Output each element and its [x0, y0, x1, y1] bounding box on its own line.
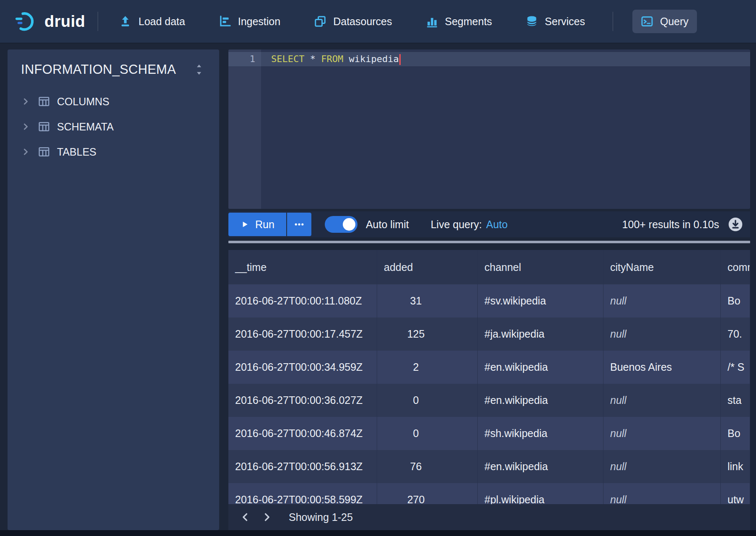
cell-comment[interactable]: Bo — [721, 284, 750, 317]
cell-added[interactable]: 0 — [377, 417, 478, 450]
cell-cityname[interactable]: Buenos Aires — [603, 351, 721, 384]
cell-cityname[interactable]: null — [603, 284, 721, 317]
sidebar-item-schemata[interactable]: SCHEMATA — [18, 114, 209, 139]
table-row: 2016-06-27T00:00:11.080Z 31 #sv.wikipedi… — [228, 284, 750, 317]
table-grid-icon — [38, 120, 50, 133]
segments-icon — [426, 15, 438, 28]
cell-channel[interactable]: #sh.wikipedia — [478, 417, 603, 450]
table-row: 2016-06-27T00:00:58.599Z 270 #pl.wikiped… — [228, 483, 750, 504]
services-icon — [526, 15, 538, 28]
cell-channel[interactable]: #sv.wikipedia — [478, 284, 603, 317]
chevron-right-icon — [21, 122, 31, 132]
column-header-cityname[interactable]: cityName — [603, 250, 721, 284]
chevron-right-icon — [21, 96, 31, 107]
tree-item-label: TABLES — [57, 146, 96, 158]
nav-item-query[interactable]: Query — [632, 10, 697, 33]
column-header-comment[interactable]: comment — [721, 250, 750, 284]
upload-icon — [119, 15, 132, 28]
cell-time[interactable]: 2016-06-27T00:00:58.599Z — [228, 483, 377, 504]
sql-keyword: FROM — [321, 54, 343, 64]
nav-item-load-data[interactable]: Load data — [111, 10, 193, 33]
nav-item-label: Services — [545, 16, 585, 28]
druid-logo-icon — [15, 10, 38, 33]
nav-item-label: Load data — [138, 16, 185, 28]
sql-star: * — [310, 54, 316, 64]
sidebar-item-tables[interactable]: TABLES — [18, 139, 209, 164]
nav-item-label: Ingestion — [238, 16, 280, 28]
cell-added[interactable]: 270 — [377, 483, 478, 504]
cell-comment[interactable]: 70. — [721, 317, 750, 351]
prev-page-button[interactable] — [234, 506, 256, 528]
next-page-button[interactable] — [256, 506, 278, 528]
resize-handle[interactable] — [228, 241, 750, 243]
cell-added[interactable]: 31 — [377, 284, 478, 317]
table-row: 2016-06-27T00:00:46.874Z 0 #sh.wikipedia… — [228, 417, 750, 450]
cell-channel[interactable]: #en.wikipedia — [478, 450, 603, 483]
cell-time[interactable]: 2016-06-27T00:00:34.959Z — [228, 351, 377, 384]
pagination-bar: Showing 1-25 — [228, 504, 750, 530]
navbar-divider — [98, 12, 98, 31]
query-console-icon — [641, 15, 653, 28]
auto-limit-label: Auto limit — [366, 219, 409, 231]
cell-time[interactable]: 2016-06-27T00:00:11.080Z — [228, 284, 377, 317]
cell-comment[interactable]: Bo — [721, 417, 750, 450]
cell-time[interactable]: 2016-06-27T00:00:36.027Z — [228, 384, 377, 417]
auto-limit-toggle[interactable] — [325, 216, 357, 233]
nav-item-ingestion[interactable]: Ingestion — [210, 10, 289, 33]
cell-comment[interactable]: link — [721, 450, 750, 483]
tree-item-label: SCHEMATA — [57, 121, 114, 133]
line-number: 1 — [250, 54, 255, 64]
brand-name: druid — [44, 13, 85, 31]
column-header-channel[interactable]: channel — [478, 250, 603, 284]
live-query-label: Live query: — [431, 219, 482, 231]
bottom-strip — [0, 530, 756, 536]
cell-cityname[interactable]: null — [603, 483, 721, 504]
cell-comment[interactable]: /* S — [721, 351, 750, 384]
druid-brand-link[interactable]: druid — [15, 10, 85, 33]
cell-added[interactable]: 2 — [377, 351, 478, 384]
cell-time[interactable]: 2016-06-27T00:00:46.874Z — [228, 417, 377, 450]
cell-cityname[interactable]: null — [603, 417, 721, 450]
cell-added[interactable]: 0 — [377, 384, 478, 417]
toggle-knob — [343, 218, 355, 231]
cell-channel[interactable]: #en.wikipedia — [478, 351, 603, 384]
cell-comment[interactable]: sta — [721, 384, 750, 417]
table-row: 2016-06-27T00:00:56.913Z 76 #en.wikipedi… — [228, 450, 750, 483]
cell-channel[interactable]: #pl.wikipedia — [478, 483, 603, 504]
nav-item-services[interactable]: Services — [517, 10, 593, 33]
table-grid-icon — [38, 146, 50, 158]
top-navbar: druid Load data Ingestion — [0, 0, 756, 43]
cell-added[interactable]: 125 — [377, 317, 478, 351]
cell-cityname[interactable]: null — [603, 317, 721, 351]
sidebar-item-columns[interactable]: COLUMNS — [18, 89, 209, 114]
run-more-button[interactable] — [287, 213, 311, 236]
cell-added[interactable]: 76 — [377, 450, 478, 483]
chevron-right-icon — [21, 147, 31, 157]
download-icon[interactable] — [728, 216, 743, 232]
cell-comment[interactable]: utw — [721, 483, 750, 504]
live-query-value[interactable]: Auto — [486, 219, 507, 231]
column-header-time[interactable]: __time — [228, 250, 377, 284]
sql-input[interactable]: SELECT * FROM wikipedia — [261, 49, 750, 209]
nav-item-datasources[interactable]: Datasources — [306, 10, 400, 33]
nav-item-segments[interactable]: Segments — [417, 10, 501, 33]
run-button-label: Run — [255, 219, 274, 231]
more-dots-icon — [294, 219, 305, 230]
text-cursor — [399, 54, 401, 65]
run-button-group: Run — [228, 213, 311, 236]
cell-channel[interactable]: #ja.wikipedia — [478, 317, 603, 351]
schema-selector[interactable]: INFORMATION_SCHEMA — [18, 60, 209, 89]
double-caret-vertical-icon — [194, 62, 204, 77]
cell-cityname[interactable]: null — [603, 450, 721, 483]
cell-channel[interactable]: #en.wikipedia — [478, 384, 603, 417]
results-summary: 100+ results in 0.10s — [622, 219, 719, 231]
ingestion-icon — [219, 15, 231, 28]
schema-title: INFORMATION_SCHEMA — [21, 62, 176, 77]
cell-time[interactable]: 2016-06-27T00:00:17.457Z — [228, 317, 377, 351]
schema-sidebar: INFORMATION_SCHEMA COLUMNS — [8, 49, 219, 530]
results-table: __time added channel cityName comment 20… — [228, 250, 750, 504]
cell-time[interactable]: 2016-06-27T00:00:56.913Z — [228, 450, 377, 483]
run-button[interactable]: Run — [228, 213, 286, 236]
cell-cityname[interactable]: null — [603, 384, 721, 417]
column-header-added[interactable]: added — [377, 250, 478, 284]
